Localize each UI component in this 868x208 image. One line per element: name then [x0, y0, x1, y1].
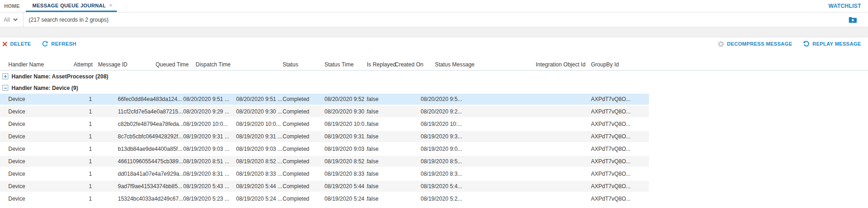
- cell-dispatch-time: 08/19/2020 9:31 ...: [196, 131, 283, 142]
- cell-attempt: 1: [74, 119, 98, 130]
- table-row[interactable]: Device1c82b02fe48794ea78feda...08/19/202…: [0, 119, 649, 130]
- expand-collapse-icon[interactable]: −: [2, 85, 8, 91]
- decompress-message-label: DECOMPRESS MESSAGE: [727, 41, 793, 47]
- cell-dispatch-time: 08/19/2020 5:24 ...: [196, 193, 283, 204]
- cell-status: Completed: [283, 119, 324, 130]
- grid-toolbar: DELETE REFRESH DECOMPRESS MESSAGE REPLAY…: [0, 37, 868, 50]
- column-header-integration-object-id[interactable]: Integration Object Id: [536, 61, 591, 68]
- folder-star-icon: [849, 17, 857, 23]
- cell-attempt: 1: [74, 168, 98, 179]
- toolbar-right-group: DECOMPRESS MESSAGE REPLAY MESSAGE: [718, 41, 861, 48]
- cell-created-on: 08/20/2020 9:2...: [395, 106, 435, 117]
- cell-groupby-id: AXPdT7vQ8O...: [591, 168, 649, 179]
- close-tab-icon[interactable]: ×: [109, 3, 112, 8]
- cell-status-time: 08/19/2020 10:0...: [324, 119, 367, 130]
- cell-created-on: 08/19/2020 5:4...: [395, 181, 435, 192]
- tab-bar: HOME MESSAGE QUEUE JOURNAL × WATCHLIST: [0, 0, 868, 12]
- cell-status: Completed: [283, 156, 324, 167]
- column-header-created-on[interactable]: Created On: [395, 61, 435, 68]
- cell-attempt: 1: [74, 193, 98, 204]
- table-row[interactable]: Device1466110960554475cb389...08/19/2020…: [0, 156, 649, 167]
- cell-handler-name: Device: [0, 156, 74, 167]
- cell-dispatch-time: 08/20/2020 9:51 ...: [196, 94, 283, 105]
- cell-message-id: b13db84ae9de4400a85f...: [98, 143, 156, 155]
- delete-label: DELETE: [10, 41, 31, 47]
- cell-groupby-id: AXPdT7vQ8O...: [591, 119, 649, 130]
- tab-message-queue-journal[interactable]: MESSAGE QUEUE JOURNAL ×: [26, 0, 117, 12]
- cell-is-replayed: false: [367, 119, 395, 130]
- cell-status: Completed: [283, 131, 324, 142]
- cell-groupby-id: AXPdT7vQ8O...: [591, 193, 649, 204]
- column-header-status-time[interactable]: Status Time: [324, 61, 367, 68]
- table-row[interactable]: Device1b13db84ae9de4400a85f...08/19/2020…: [0, 143, 649, 155]
- delete-button[interactable]: DELETE: [2, 41, 31, 47]
- cell-attempt: 1: [74, 131, 98, 142]
- cell-is-replayed: false: [367, 156, 395, 167]
- cell-dispatch-time: 08/20/2020 9:30 ...: [196, 106, 283, 117]
- watchlist-label: WATCHLIST: [828, 3, 861, 9]
- cell-dispatch-time: 08/19/2020 5:44 ...: [196, 181, 283, 192]
- expand-collapse-icon[interactable]: +: [2, 73, 8, 79]
- cell-is-replayed: false: [367, 106, 395, 117]
- column-header-is-replayed[interactable]: Is Replayed: [367, 61, 395, 68]
- cell-handler-name: Device: [0, 106, 74, 117]
- cell-queued-time: 08/20/2020 9:51 ...: [156, 94, 196, 105]
- cell-attempt: 1: [74, 181, 98, 192]
- column-header-message-id[interactable]: Message ID: [98, 61, 156, 68]
- group-row[interactable]: − Handler Name: Device (9): [0, 82, 868, 94]
- spacer: [0, 50, 868, 59]
- cell-status-time: 08/19/2020 5:44 ...: [324, 181, 367, 192]
- cell-is-replayed: false: [367, 168, 395, 179]
- cell-is-replayed: false: [367, 181, 395, 192]
- table-row[interactable]: Device19ad7f9ae41534374bb85...08/19/2020…: [0, 181, 649, 192]
- cell-status: Completed: [283, 143, 324, 155]
- cell-queued-time: 08/19/2020 5:23 ...: [156, 193, 196, 204]
- cell-message-id: c82b02fe48794ea78feda...: [98, 119, 156, 130]
- cell-dispatch-time: 08/19/2020 8:33 ...: [196, 168, 283, 179]
- cell-dispatch-time: 08/19/2020 9:03 ...: [196, 143, 283, 155]
- table-header: Handler Name Attempt Message ID Queued T…: [0, 59, 868, 71]
- column-header-dispatch-time[interactable]: Dispatch Time: [196, 61, 283, 68]
- table-row[interactable]: Device18c7cb5cbfc0649428292f...08/19/202…: [0, 131, 649, 142]
- decompress-message-button[interactable]: DECOMPRESS MESSAGE: [718, 41, 793, 48]
- column-header-attempt[interactable]: Attempt: [74, 61, 98, 68]
- chevron-down-icon: [13, 18, 18, 21]
- tab-home-label: HOME: [4, 3, 20, 9]
- cell-created-on: 08/20/2020 9:5...: [395, 94, 435, 105]
- cell-created-on: 08/19/2020 9:3...: [395, 131, 435, 142]
- cell-status: Completed: [283, 193, 324, 204]
- tab-active-label: MESSAGE QUEUE JOURNAL: [32, 3, 106, 8]
- add-to-watchlist-button[interactable]: [849, 12, 868, 27]
- column-header-status[interactable]: Status: [283, 61, 324, 68]
- cell-dispatch-time: 08/19/2020 8:52 ...: [196, 156, 283, 167]
- cell-is-replayed: false: [367, 193, 395, 204]
- cell-status: Completed: [283, 168, 324, 179]
- cell-is-replayed: false: [367, 131, 395, 142]
- circular-arrows-icon: [42, 41, 48, 47]
- column-header-groupby-id[interactable]: GroupBy Id: [591, 61, 649, 68]
- replay-message-button[interactable]: REPLAY MESSAGE: [803, 41, 861, 47]
- cell-status-time: 08/19/2020 8:52 ...: [324, 156, 367, 167]
- cell-queued-time: 08/19/2020 9:03 ...: [156, 143, 196, 155]
- table-row[interactable]: Device166fec0dd84ea483da124...08/20/2020…: [0, 94, 649, 105]
- group-row[interactable]: + Handler Name: AssetProcessor (208): [0, 71, 868, 82]
- column-header-queued-time[interactable]: Queued Time: [156, 61, 196, 68]
- refresh-button[interactable]: REFRESH: [42, 41, 76, 47]
- table-row[interactable]: Device115324bc4033a4d249c67...08/19/2020…: [0, 193, 649, 204]
- cell-attempt: 1: [74, 143, 98, 155]
- table-row[interactable]: Device1dd018a41a07e4a7e929a...08/19/2020…: [0, 168, 649, 179]
- cell-groupby-id: AXPdT7vQ8O...: [591, 156, 649, 167]
- column-header-handler-name[interactable]: Handler Name: [0, 61, 74, 68]
- column-header-status-message[interactable]: Status Message: [435, 61, 536, 68]
- refresh-label: REFRESH: [51, 41, 76, 47]
- cell-created-on: 08/19/2020 9:0...: [395, 143, 435, 155]
- tab-home[interactable]: HOME: [0, 0, 26, 12]
- cell-created-on: 08/19/2020 8:3...: [395, 168, 435, 179]
- watchlist-button[interactable]: WATCHLIST: [828, 0, 868, 12]
- group-filter-dropdown[interactable]: All: [0, 12, 23, 27]
- table-row[interactable]: Device111cf2cfd7e5a4e0a87215...08/20/202…: [0, 106, 649, 117]
- cell-queued-time: 08/19/2020 5:43 ...: [156, 181, 196, 192]
- cell-status: Completed: [283, 106, 324, 117]
- cell-groupby-id: AXPdT7vQ8O...: [591, 181, 649, 192]
- record-count-summary: (217 search records in 2 groups): [29, 12, 108, 27]
